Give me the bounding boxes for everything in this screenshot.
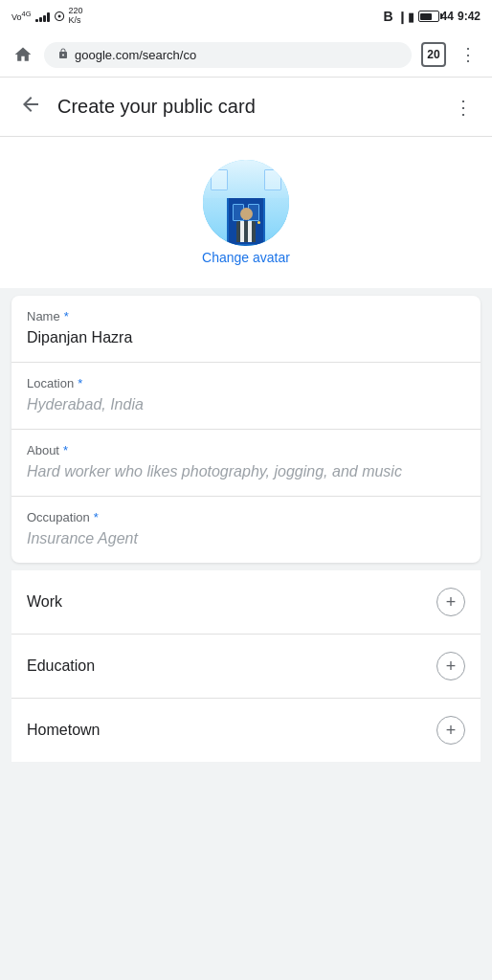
location-placeholder: Hyderabad, India [27, 394, 465, 415]
back-button[interactable] [15, 89, 46, 124]
about-label-text: About [27, 443, 59, 457]
tab-count[interactable]: 20 [421, 42, 446, 67]
page-title: Create your public card [57, 96, 438, 118]
name-label: Name * [27, 309, 465, 323]
browser-menu-button[interactable]: ⋮ [456, 40, 481, 69]
hometown-label: Hometown [27, 722, 100, 739]
wifi-icon: ☉ [54, 10, 65, 24]
battery-percent: 44 [441, 10, 454, 23]
status-left: Vo4G ☉ 220 K/s [11, 7, 83, 26]
location-required: * [78, 376, 82, 390]
vibrate-icon: ❙▮ [397, 10, 414, 24]
page-content: Change avatar Name * Dipanjan Hazra Loca… [0, 137, 492, 781]
battery-fill [420, 13, 432, 20]
status-right: B ❙▮ 44 9:42 [383, 9, 481, 24]
location-field[interactable]: Location * Hyderabad, India [11, 363, 481, 430]
form-card: Name * Dipanjan Hazra Location * Hyderab… [11, 296, 481, 563]
browser-bar: google.com/search/co 20 ⋮ [0, 33, 492, 78]
page-header: Create your public card ⋮ [0, 78, 492, 137]
occupation-label: Occupation * [27, 510, 465, 524]
change-avatar-button[interactable]: Change avatar [194, 246, 298, 269]
speed-value: 220 [69, 6, 83, 15]
location-label: Location * [27, 376, 465, 390]
bluetooth-icon: B [383, 9, 392, 24]
speed-indicator: 220 K/s [69, 7, 83, 26]
name-required: * [64, 309, 69, 323]
work-add-button[interactable]: + [436, 588, 465, 616]
occupation-label-text: Occupation [27, 510, 90, 524]
education-row[interactable]: Education + [11, 635, 481, 699]
network-info: Vo4G [11, 11, 32, 23]
about-placeholder: Hard worker who likes photography, joggi… [27, 461, 465, 482]
battery-indicator: 44 [418, 10, 454, 23]
occupation-field[interactable]: Occupation * Insurance Agent [11, 497, 481, 563]
header-more-button[interactable]: ⋮ [450, 92, 477, 122]
status-bar: Vo4G ☉ 220 K/s B ❙▮ 44 9:42 [0, 0, 492, 33]
signal-bars [35, 11, 50, 22]
location-label-text: Location [27, 376, 74, 390]
lock-icon [57, 48, 69, 62]
url-bar[interactable]: google.com/search/co [44, 42, 412, 68]
work-row[interactable]: Work + [11, 570, 481, 635]
avatar-image [203, 160, 289, 246]
hometown-row[interactable]: Hometown + [11, 699, 481, 762]
work-label: Work [27, 593, 62, 611]
about-required: * [63, 443, 68, 457]
expandable-section: Work + Education + Hometown + [11, 570, 481, 762]
occupation-required: * [94, 510, 99, 524]
url-text: google.com/search/co [75, 48, 196, 62]
occupation-placeholder: Insurance Agent [27, 528, 465, 549]
time-display: 9:42 [458, 10, 481, 23]
speed-unit: K/s [69, 15, 81, 25]
hometown-add-button[interactable]: + [436, 716, 465, 745]
about-field[interactable]: About * Hard worker who likes photograph… [11, 430, 481, 497]
avatar-section: Change avatar [0, 137, 492, 288]
battery-icon [418, 11, 439, 22]
about-label: About * [27, 443, 465, 457]
education-add-button[interactable]: + [436, 652, 465, 680]
name-value: Dipanjan Hazra [27, 327, 465, 348]
name-label-text: Name [27, 309, 60, 323]
network-label: Vo4G [11, 11, 32, 23]
home-button[interactable] [11, 43, 34, 66]
education-label: Education [27, 657, 95, 675]
name-field[interactable]: Name * Dipanjan Hazra [11, 296, 481, 363]
